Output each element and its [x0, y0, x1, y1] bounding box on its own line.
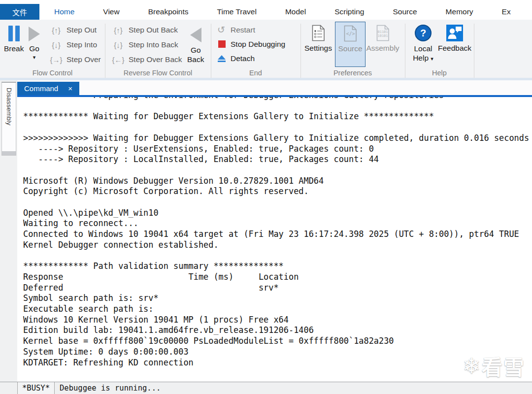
break-label: Break	[4, 44, 24, 53]
tab-breakpoints[interactable]: Breakpoints	[134, 7, 203, 16]
step-into-label: Step Into	[66, 40, 97, 49]
tab-model[interactable]: Model	[271, 7, 320, 16]
command-output-panel[interactable]: ************* Preparing the environment …	[17, 97, 532, 382]
console-output-text: ************* Preparing the environment …	[23, 97, 532, 368]
file-menu-button[interactable]: 文件	[0, 4, 39, 20]
group-label-reverse-flow-control: Reverse Flow Control	[105, 69, 211, 77]
go-button[interactable]: Go ▾	[29, 27, 40, 60]
reverse-step-button-stack: {↑} Step Out Back {↓} Step Into Back {←}…	[111, 23, 182, 67]
group-label-flow-control: Flow Control	[0, 69, 105, 77]
tab-scripting[interactable]: Scripting	[320, 7, 378, 16]
step-into-back-button[interactable]: {↓} Step Into Back	[111, 37, 182, 52]
menu-tab-strip: Home View Breakpoints Time Travel Model …	[40, 4, 525, 20]
step-into-icon: {↓}	[49, 41, 63, 49]
status-bar: *BUSY* Debuggee is running...	[0, 382, 532, 394]
settings-icon	[312, 25, 325, 41]
chevron-down-icon: ▾	[33, 55, 36, 60]
step-over-label: Step Over	[66, 55, 101, 64]
break-button[interactable]: Break	[4, 26, 24, 53]
busy-status-badge: *BUSY*	[17, 382, 55, 394]
step-into-back-label: Step Into Back	[129, 40, 178, 49]
local-help-label: LocalHelp ▾	[413, 44, 433, 63]
go-back-label: GoBack	[187, 45, 204, 64]
assembly-mode-label: Assembly	[366, 44, 399, 53]
step-over-back-button[interactable]: {←} Step Over Back	[111, 52, 182, 67]
tab-extensions[interactable]: Ex	[488, 7, 525, 16]
svg-text:</>: </>	[346, 31, 355, 36]
ribbon-toolbar: Break Go ▾ {↑} Step Out {↓} Step Into {→…	[0, 20, 532, 78]
assembly-mode-button[interactable]: 01101 10101 Assembly	[367, 22, 399, 53]
step-out-back-label: Step Out Back	[129, 26, 178, 34]
step-button-stack: {↑} Step Out {↓} Step Into {→} Step Over	[49, 23, 101, 67]
detach-label: Detach	[231, 54, 255, 63]
step-out-icon: {↑}	[49, 26, 63, 34]
svg-text:01101: 01101	[377, 30, 388, 34]
step-over-icon: {→}	[49, 56, 63, 64]
chevron-down-icon: ▾	[431, 56, 433, 62]
stop-debugging-label: Stop Debugging	[231, 40, 285, 49]
ribbon-divider	[474, 24, 474, 79]
source-mode-label: Source	[338, 44, 362, 53]
restart-label: Restart	[231, 26, 255, 34]
document-tab-row	[17, 80, 532, 95]
go-label: Go	[29, 44, 39, 53]
end-button-stack: ↺ Restart Stop Debugging Detach	[217, 23, 285, 66]
restart-button[interactable]: ↺ Restart	[217, 23, 285, 37]
tab-view[interactable]: View	[89, 7, 133, 16]
tab-home[interactable]: Home	[40, 7, 89, 16]
tab-memory[interactable]: Memory	[432, 7, 488, 16]
feedback-button[interactable]: Feedback	[438, 22, 471, 53]
group-label-preferences: Preferences	[300, 69, 405, 77]
disassembly-vertical-tab[interactable]: Disassembly	[1, 82, 16, 156]
question-mark-icon: ?	[415, 25, 432, 41]
assembly-icon: 01101 10101	[376, 25, 390, 41]
detach-icon	[217, 55, 226, 62]
step-out-back-button[interactable]: {↑} Step Out Back	[111, 23, 182, 37]
settings-label: Settings	[304, 44, 332, 53]
group-label-end: End	[211, 69, 300, 77]
step-out-back-icon: {↑}	[111, 26, 125, 34]
group-label-help: Help	[405, 69, 474, 77]
step-over-back-icon: {←}	[111, 56, 125, 64]
status-message: Debuggee is running...	[55, 382, 166, 394]
restart-icon: ↺	[217, 26, 226, 34]
feedback-label: Feedback	[438, 44, 471, 53]
detach-button[interactable]: Detach	[217, 51, 285, 66]
source-mode-button[interactable]: </> Source	[335, 22, 366, 67]
play-icon	[29, 27, 40, 41]
step-into-back-icon: {↓}	[111, 41, 125, 49]
tab-time-travel[interactable]: Time Travel	[203, 7, 271, 16]
menu-bar: 文件 Home View Breakpoints Time Travel Mod…	[0, 0, 532, 20]
command-tab-label: Command	[24, 84, 58, 93]
source-code-icon: </>	[344, 25, 357, 42]
play-back-icon	[190, 28, 201, 42]
tab-source[interactable]: Source	[378, 7, 431, 16]
step-over-back-label: Step Over Back	[129, 55, 182, 64]
stop-debugging-button[interactable]: Stop Debugging	[217, 37, 285, 51]
step-out-button[interactable]: {↑} Step Out	[49, 23, 101, 37]
close-icon[interactable]: ×	[68, 85, 72, 92]
feedback-icon	[446, 25, 463, 41]
settings-button[interactable]: Settings	[302, 22, 334, 53]
status-bar-spacer	[0, 382, 17, 394]
step-into-button[interactable]: {↓} Step Into	[49, 37, 101, 52]
step-out-label: Step Out	[66, 26, 97, 34]
command-tab[interactable]: Command ×	[17, 82, 79, 95]
step-over-button[interactable]: {→} Step Over	[49, 52, 101, 67]
stop-icon	[217, 40, 226, 48]
local-help-button[interactable]: ? LocalHelp ▾	[409, 22, 437, 63]
go-back-button[interactable]: GoBack	[187, 28, 204, 64]
pause-icon	[8, 26, 20, 41]
svg-text:10101: 10101	[377, 34, 388, 38]
